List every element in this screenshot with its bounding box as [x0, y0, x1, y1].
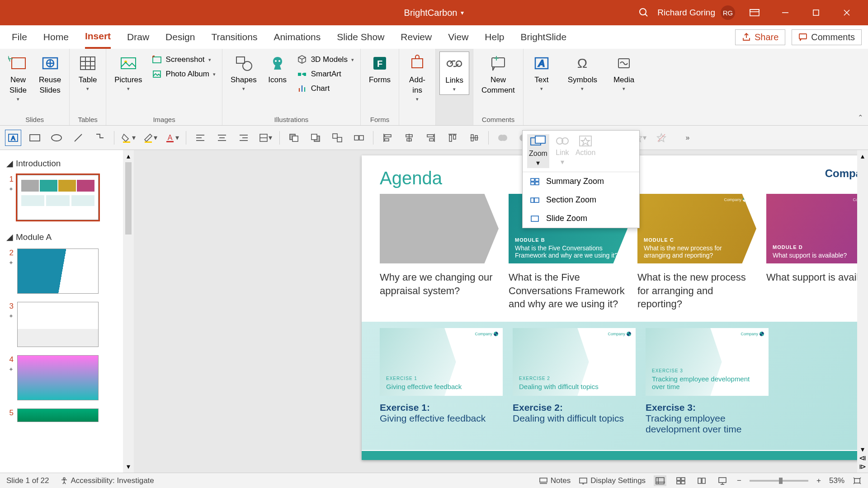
bring-forward-icon[interactable]: [286, 130, 302, 145]
thumbnail-image-3[interactable]: [17, 302, 99, 347]
canvas-scrollbar[interactable]: ▴ ▾ ⧏ ⧐: [857, 150, 868, 473]
next-slide-icon[interactable]: ⧐: [859, 462, 866, 471]
links-button[interactable]: Links ▾: [439, 52, 469, 95]
overflow-icon[interactable]: »: [680, 130, 695, 145]
screenshot-button[interactable]: Screenshot ▾: [151, 54, 216, 65]
tab-home[interactable]: Home: [43, 26, 69, 48]
search-icon[interactable]: [638, 7, 649, 18]
group-icon[interactable]: [330, 130, 345, 145]
tab-brightslide[interactable]: BrightSlide: [521, 26, 567, 48]
summary-zoom-item[interactable]: Summary Zoom: [523, 172, 639, 191]
3d-models-button[interactable]: 3D Models ▾: [297, 54, 354, 65]
tab-slideshow[interactable]: Slide Show: [337, 26, 384, 48]
section-introduction[interactable]: ◢Introduction: [5, 155, 118, 172]
exercise-card-1[interactable]: CompanyEXERCISE 1Giving effective feedba…: [380, 328, 503, 435]
thumbnail-1[interactable]: 1✦: [5, 175, 118, 220]
prev-slide-icon[interactable]: ⧏: [859, 454, 866, 462]
table-button[interactable]: Table ▾: [73, 52, 102, 94]
tab-file[interactable]: File: [12, 26, 27, 48]
collapse-section-icon[interactable]: ◢: [6, 158, 13, 169]
reuse-slides-button[interactable]: Reuse Slides: [34, 52, 66, 98]
media-button[interactable]: Media ▾: [609, 52, 639, 94]
align-objects-right-icon[interactable]: [423, 130, 439, 145]
thumbnail-3[interactable]: 3✦: [5, 302, 118, 347]
icons-button[interactable]: Icons: [263, 52, 292, 87]
zoom-out-button[interactable]: −: [737, 476, 741, 485]
ribbon-display-icon[interactable]: [743, 5, 766, 20]
new-comment-button[interactable]: New Comment: [477, 52, 519, 98]
maximize-icon[interactable]: [805, 5, 827, 20]
exercise-card-2[interactable]: CompanyEXERCISE 2Dealing with difficult …: [513, 328, 636, 435]
send-backward-icon[interactable]: [308, 130, 323, 145]
zoom-percent[interactable]: 53%: [829, 476, 844, 485]
forms-button[interactable]: F Forms: [364, 52, 395, 87]
title-dropdown-icon[interactable]: ▾: [461, 9, 464, 16]
zoom-slider-knob[interactable]: [779, 478, 783, 484]
line-tool-icon[interactable]: [71, 130, 86, 145]
outline-color-icon[interactable]: ▾: [142, 130, 158, 145]
scroll-up-icon[interactable]: ▴: [861, 152, 864, 160]
smartart-button[interactable]: SmartArt: [297, 69, 354, 80]
collapse-ribbon-icon[interactable]: ⌃: [858, 113, 863, 122]
scroll-up-icon[interactable]: ▴: [127, 152, 130, 160]
shapes-button[interactable]: Shapes ▾: [226, 52, 261, 94]
new-slide-button[interactable]: New Slide ▾: [4, 52, 33, 104]
thumbnail-image-5[interactable]: [17, 408, 99, 422]
merge-shapes-icon[interactable]: [495, 130, 510, 145]
oval-tool-icon[interactable]: [49, 130, 64, 145]
tab-draw[interactable]: Draw: [127, 26, 149, 48]
link-header-button[interactable]: Link ▾: [554, 134, 571, 168]
chart-button[interactable]: Chart: [297, 83, 354, 94]
notes-button[interactable]: Notes: [539, 476, 571, 485]
thumbnail-image-2[interactable]: [17, 249, 99, 294]
thumbnail-4[interactable]: 4✦: [5, 355, 118, 400]
thumbnail-image-4[interactable]: [17, 355, 99, 400]
slide-counter[interactable]: Slide 1 of 22: [6, 476, 49, 485]
section-module-a[interactable]: ◢Module A: [5, 228, 118, 246]
align-left-icon[interactable]: [193, 130, 208, 145]
slideshow-view-icon[interactable]: [716, 475, 729, 486]
align-objects-left-icon[interactable]: [380, 130, 395, 145]
symbols-button[interactable]: Ω Symbols ▾: [563, 52, 602, 94]
ungroup-icon[interactable]: [351, 130, 367, 145]
align-objects-top-icon[interactable]: [445, 130, 460, 145]
tab-transitions[interactable]: Transitions: [211, 26, 257, 48]
star-remove-icon[interactable]: [654, 130, 669, 145]
sorter-view-icon[interactable]: [675, 475, 687, 486]
align-middle-icon[interactable]: ▾: [258, 130, 273, 145]
rectangle-tool-icon[interactable]: [27, 130, 42, 145]
exercise-card-3[interactable]: CompanyEXERCISE 3Tracking employee devel…: [646, 328, 769, 435]
scroll-thumb[interactable]: [125, 162, 132, 235]
scroll-down-icon[interactable]: ▾: [861, 445, 864, 454]
tab-help[interactable]: Help: [485, 26, 504, 48]
slide-zoom-item[interactable]: Slide Zoom: [523, 209, 639, 228]
font-color-icon[interactable]: A▾: [164, 130, 179, 145]
thumbnail-5[interactable]: 5: [5, 408, 118, 422]
reading-view-icon[interactable]: [695, 475, 708, 486]
connector-tool-icon[interactable]: [92, 130, 108, 145]
fit-to-window-icon[interactable]: [853, 477, 862, 485]
textbox-tool-icon[interactable]: A: [5, 130, 21, 145]
agenda-card-3[interactable]: CompanyMODULE CWhat is the new process f…: [637, 194, 756, 311]
document-title[interactable]: BrightCarbon ▾: [404, 8, 464, 18]
slide-canvas-area[interactable]: Agenda Company Why are we changing our a…: [134, 150, 868, 473]
scroll-down-icon[interactable]: ▾: [127, 462, 130, 471]
pictures-button[interactable]: Pictures ▾: [110, 52, 146, 94]
thumbnail-image-1[interactable]: [17, 175, 99, 220]
user-account[interactable]: Richard Goring RG: [657, 5, 735, 20]
photo-album-button[interactable]: Photo Album ▾: [151, 69, 216, 80]
align-center-icon[interactable]: [214, 130, 230, 145]
thumbnail-2[interactable]: 2✦: [5, 249, 118, 294]
comments-button[interactable]: Comments: [792, 29, 862, 45]
minimize-icon[interactable]: [774, 5, 797, 20]
zoom-header-button[interactable]: Zoom ▾: [527, 134, 549, 168]
action-header-button[interactable]: Action: [576, 134, 595, 168]
display-settings-button[interactable]: Display Settings: [579, 476, 646, 485]
close-icon[interactable]: [835, 5, 858, 20]
accessibility-status[interactable]: Accessibility: Investigate: [60, 476, 154, 485]
collapse-section-icon[interactable]: ◢: [6, 232, 13, 242]
align-right-icon[interactable]: [236, 130, 251, 145]
align-objects-center-icon[interactable]: [401, 130, 417, 145]
zoom-slider[interactable]: [750, 480, 808, 482]
tab-insert[interactable]: Insert: [85, 25, 111, 49]
